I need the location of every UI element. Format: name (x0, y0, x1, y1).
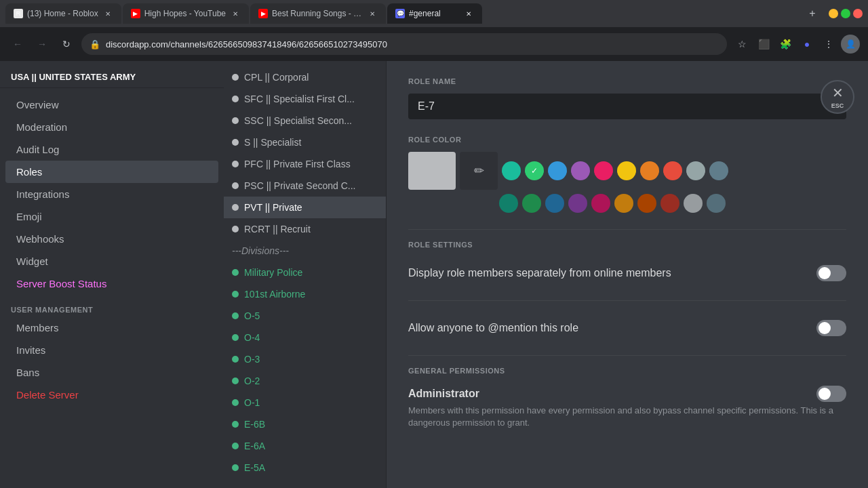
swatch-row1-9[interactable] (709, 161, 728, 180)
role-dot-rcrt (232, 226, 239, 232)
color-row-1: ✏ ✓ (408, 152, 846, 190)
tab-discord[interactable]: 💬 #general ✕ (387, 3, 482, 24)
role-item-rcrt[interactable]: RCRT || Recruit (224, 218, 386, 240)
maximize-button[interactable] (841, 9, 850, 18)
role-item-o2[interactable]: O-2 (224, 370, 386, 392)
sidebar-item-overview[interactable]: Overview (5, 94, 218, 116)
role-label-sfc: SFC || Specialist First Cl... (244, 94, 355, 104)
profile-avatar[interactable]: 👤 (841, 35, 860, 54)
swatch-row1-7[interactable] (663, 161, 682, 180)
swatch-row1-3[interactable] (571, 161, 590, 180)
swatch-row1-6[interactable] (640, 161, 659, 180)
sidebar-item-delete-server[interactable]: Delete Server (5, 384, 218, 406)
role-label-e5a: E-5A (244, 462, 265, 473)
sidebar-item-webhooks[interactable]: Webhooks (5, 228, 218, 250)
swatch-row2-2[interactable] (545, 194, 564, 213)
administrator-header: Administrator (408, 386, 846, 402)
tab-close-youtube1[interactable]: ✕ (230, 8, 241, 19)
discord-layout: USA || UNITED STATES ARMY OverviewModera… (0, 61, 868, 488)
sidebar-item-bans[interactable]: Bans (5, 361, 218, 384)
role-item-101st[interactable]: 101st Airborne (224, 283, 386, 305)
tab-youtube2[interactable]: ▶ Best Running Songs - Good... ✕ (250, 3, 386, 24)
swatch-row2-3[interactable] (568, 194, 587, 213)
swatch-row1-4[interactable] (594, 161, 613, 180)
swatch-row1-1[interactable]: ✓ (525, 161, 544, 180)
display-separately-row: Display role members separately from onl… (408, 257, 846, 289)
refresh-button[interactable]: ↻ (57, 35, 76, 54)
discord-extension[interactable]: ● (797, 35, 816, 54)
role-item-cpl[interactable]: CPL || Corporal (224, 66, 386, 88)
role-label-military-police: Military Police (244, 267, 302, 278)
role-name-input[interactable] (408, 94, 846, 119)
forward-button[interactable]: → (33, 35, 52, 54)
address-bar[interactable]: 🔒 discordapp.com/channels/62656650983741… (81, 33, 727, 55)
tab-close-youtube2[interactable]: ✕ (367, 8, 378, 19)
role-item-s[interactable]: S || Specialist (224, 131, 386, 153)
role-item-pvt[interactable]: PVT || Private (224, 197, 386, 218)
close-button[interactable] (853, 9, 863, 18)
tab-close-roblox[interactable]: ✕ (102, 8, 113, 19)
back-button[interactable]: ← (8, 35, 27, 54)
main-content: ROLE NAME ROLE COLOR ✏ ✓ ROLE SETTINGS D… (387, 61, 868, 488)
server-sidebar: USA || UNITED STATES ARMY OverviewModera… (0, 61, 224, 488)
tab-youtube1[interactable]: ▶ High Hopes - YouTube ✕ (123, 3, 249, 24)
sidebar-item-server-boost[interactable]: Server Boost Status (5, 272, 218, 295)
display-separately-toggle[interactable] (816, 265, 846, 281)
role-dot-s (232, 139, 239, 146)
sidebar-item-widget[interactable]: Widget (5, 250, 218, 272)
role-item-e5a[interactable]: E-5A (224, 457, 386, 479)
allow-mention-toggle[interactable] (816, 320, 846, 336)
role-dot-sfc (232, 96, 239, 102)
swatch-row2-0[interactable] (499, 194, 518, 213)
role-dot-psc (232, 182, 239, 189)
screen-cast-button[interactable]: ⬛ (754, 35, 773, 54)
color-picker-button[interactable]: ✏ (460, 152, 498, 190)
administrator-toggle[interactable] (816, 386, 846, 402)
swatch-row2-1[interactable] (522, 194, 541, 213)
role-item-e6b[interactable]: E-6B (224, 413, 386, 435)
role-item-psc[interactable]: PSC || Private Second C... (224, 175, 386, 197)
sidebar-item-emoji[interactable]: Emoji (5, 205, 218, 228)
minimize-button[interactable] (829, 9, 838, 18)
sidebar-item-integrations[interactable]: Integrations (5, 183, 218, 205)
sidebar-item-roles[interactable]: Roles (5, 161, 218, 183)
swatch-row1-5[interactable] (617, 161, 636, 180)
role-item-divisions[interactable]: ---Divisions--- (224, 240, 386, 262)
tab-title-youtube2: Best Running Songs - Good... (272, 9, 363, 18)
new-tab-button[interactable]: + (803, 4, 822, 23)
swatch-row2-7[interactable] (660, 194, 679, 213)
esc-button[interactable]: ✕ ESC (821, 80, 854, 114)
role-item-o1[interactable]: O-1 (224, 392, 386, 413)
extension-button[interactable]: 🧩 (776, 35, 795, 54)
role-item-o4[interactable]: O-4 (224, 327, 386, 348)
sidebar-item-moderation[interactable]: Moderation (5, 116, 218, 138)
role-item-military-police[interactable]: Military Police (224, 262, 386, 283)
sidebar-item-members[interactable]: Members (5, 317, 218, 339)
tab-roblox[interactable]: R (13) Home - Roblox ✕ (5, 3, 121, 24)
swatch-row2-8[interactable] (684, 194, 703, 213)
role-item-e6a[interactable]: E-6A (224, 435, 386, 457)
sidebar-item-invites[interactable]: Invites (5, 339, 218, 361)
role-item-ssc[interactable]: SSC || Specialist Secon... (224, 110, 386, 131)
tab-close-discord[interactable]: ✕ (463, 8, 474, 19)
role-item-pfc[interactable]: PFC || Private First Class (224, 153, 386, 175)
swatch-row2-9[interactable] (707, 194, 726, 213)
tab-title-youtube1: High Hopes - YouTube (144, 9, 226, 18)
menu-button[interactable]: ⋮ (819, 35, 838, 54)
role-item-o5[interactable]: O-5 (224, 305, 386, 327)
swatch-row2-6[interactable] (637, 194, 656, 213)
swatch-row2-5[interactable] (614, 194, 633, 213)
divider-3 (408, 355, 846, 356)
role-item-o3[interactable]: O-3 (224, 348, 386, 370)
esc-label: ESC (831, 102, 844, 109)
swatch-row1-2[interactable] (548, 161, 567, 180)
role-dot-military-police (232, 269, 239, 276)
sidebar-item-audit-log[interactable]: Audit Log (5, 138, 218, 161)
role-dot-cpl (232, 74, 239, 81)
swatch-row1-0[interactable] (502, 161, 521, 180)
role-item-sfc[interactable]: SFC || Specialist First Cl... (224, 88, 386, 110)
tab-favicon-youtube1: ▶ (131, 9, 140, 18)
bookmark-button[interactable]: ☆ (732, 35, 751, 54)
swatch-row2-4[interactable] (591, 194, 610, 213)
swatch-row1-8[interactable] (686, 161, 705, 180)
